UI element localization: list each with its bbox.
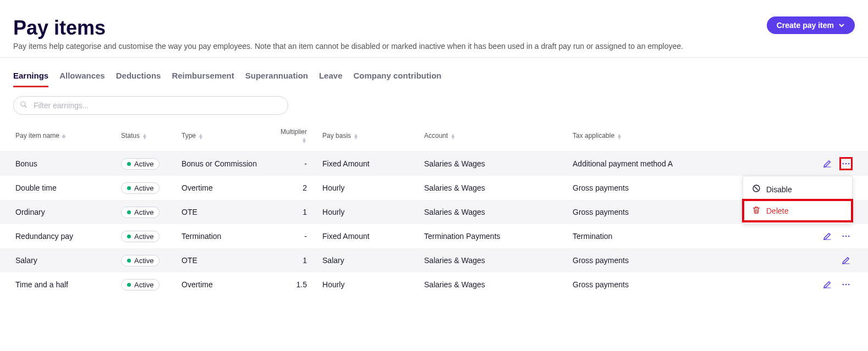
disable-icon: [752, 184, 761, 194]
edit-button[interactable]: [821, 278, 834, 291]
menu-item-delete[interactable]: Delete: [743, 200, 852, 221]
status-text: Active: [134, 257, 153, 265]
column-header-tax[interactable]: Tax applicable▲▼: [567, 120, 802, 152]
status-badge: Active: [121, 207, 160, 218]
sort-icon: ▲▼: [142, 133, 147, 139]
tab-reimbursement[interactable]: Reimbursement: [172, 71, 234, 87]
column-header-label: Status: [121, 132, 140, 140]
table-row: BonusActiveBonus or Commission-Fixed Amo…: [0, 152, 868, 176]
menu-item-label: Disable: [766, 185, 792, 194]
edit-button[interactable]: [821, 230, 834, 243]
page-title: Pay items: [13, 16, 767, 40]
tab-company-contribution[interactable]: Company contribution: [354, 71, 442, 87]
menu-item-disable[interactable]: Disable: [743, 179, 852, 200]
cell-tax: Additional payment method A: [567, 152, 802, 176]
cell-multiplier: 2: [275, 176, 317, 200]
trash-icon: [752, 205, 761, 216]
cell-type: OTE: [176, 200, 275, 224]
status-text: Active: [134, 160, 153, 168]
cell-account: Salaries & Wages: [419, 200, 567, 224]
cell-account: Salaries & Wages: [419, 176, 567, 200]
cell-tax: Gross payments: [567, 248, 802, 272]
status-text: Active: [134, 184, 153, 192]
cell-account: Salaries & Wages: [419, 152, 567, 176]
cell-basis: Hourly: [317, 176, 419, 200]
column-header-actions: [802, 120, 868, 152]
cell-status: Active: [116, 248, 176, 272]
status-dot-icon: [127, 259, 131, 263]
cell-type: Bonus or Commission: [176, 152, 275, 176]
cell-name: Ordinary: [0, 200, 116, 224]
cell-type: OTE: [176, 248, 275, 272]
search-icon: [20, 101, 28, 110]
svg-point-3: [845, 163, 847, 165]
edit-button[interactable]: [821, 157, 834, 170]
column-header-status[interactable]: Status▲▼: [116, 120, 176, 152]
status-dot-icon: [127, 283, 131, 287]
filter-input[interactable]: [13, 96, 288, 115]
pay-items-table: Pay item name◆Status▲▼Type▲▼Multiplier▲▼…: [0, 120, 868, 297]
sort-icon: ▲▼: [617, 133, 622, 139]
svg-point-10: [845, 236, 847, 237]
menu-item-label: Delete: [766, 207, 788, 215]
sort-icon: ▲▼: [198, 133, 204, 139]
cell-account: Salaries & Wages: [419, 248, 567, 272]
column-header-label: Account: [424, 132, 448, 140]
more-actions-button[interactable]: [839, 230, 853, 243]
sort-icon: ▲▼: [301, 137, 307, 143]
cell-account: Salaries & Wages: [419, 272, 567, 297]
status-badge: Active: [121, 182, 160, 194]
cell-name: Bonus: [0, 152, 116, 176]
column-header-basis[interactable]: Pay basis▲▼: [317, 120, 419, 152]
cell-type: Overtime: [176, 176, 275, 200]
table-row: Redundancy payActiveTermination-Fixed Am…: [0, 224, 868, 248]
status-text: Active: [134, 232, 153, 241]
column-header-type[interactable]: Type▲▼: [176, 120, 275, 152]
column-header-multiplier[interactable]: Multiplier▲▼: [275, 120, 317, 152]
cell-basis: Hourly: [317, 200, 419, 224]
column-header-name[interactable]: Pay item name◆: [0, 120, 116, 152]
table-row: Time and a halfActiveOvertime1.5HourlySa…: [0, 272, 868, 297]
tab-deductions[interactable]: Deductions: [116, 71, 161, 87]
status-text: Active: [134, 281, 153, 289]
tab-allowances[interactable]: Allowances: [59, 71, 105, 87]
tab-superannuation[interactable]: Superannuation: [245, 71, 308, 87]
tab-leave[interactable]: Leave: [319, 71, 343, 87]
column-header-account[interactable]: Account▲▼: [419, 120, 567, 152]
cell-actions: [802, 272, 868, 297]
page-header: Pay items Pay items help categorise and …: [0, 0, 868, 58]
column-header-label: Pay item name: [15, 132, 59, 140]
svg-point-13: [845, 284, 847, 286]
status-dot-icon: [127, 210, 131, 214]
svg-point-9: [842, 236, 844, 237]
table-row: Double timeActiveOvertime2HourlySalaries…: [0, 176, 868, 200]
chevron-down-icon: [838, 22, 845, 29]
cell-tax: Termination: [567, 224, 802, 248]
sort-icon: ◆: [62, 135, 66, 137]
cell-multiplier: 1.5: [275, 272, 317, 297]
cell-status: Active: [116, 272, 176, 297]
cell-status: Active: [116, 152, 176, 176]
svg-point-14: [848, 284, 850, 286]
tab-earnings[interactable]: Earnings: [13, 71, 48, 87]
cell-multiplier: -: [275, 152, 317, 176]
cell-basis: Fixed Amount: [317, 224, 419, 248]
status-badge: Active: [121, 231, 160, 242]
cell-status: Active: [116, 224, 176, 248]
cell-name: Redundancy pay: [0, 224, 116, 248]
cell-actions: [802, 248, 868, 272]
cell-name: Time and a half: [0, 272, 116, 297]
cell-name: Salary: [0, 248, 116, 272]
more-actions-button[interactable]: [839, 157, 853, 170]
status-text: Active: [134, 208, 153, 216]
cell-multiplier: 1: [275, 200, 317, 224]
svg-line-1: [25, 105, 27, 108]
create-pay-item-button[interactable]: Create pay item: [767, 16, 855, 34]
edit-button[interactable]: [839, 254, 853, 267]
status-dot-icon: [127, 186, 131, 190]
cell-actions: DisableDelete: [802, 152, 868, 176]
svg-point-2: [842, 163, 844, 165]
more-actions-button[interactable]: [839, 278, 853, 291]
cell-account: Termination Payments: [419, 224, 567, 248]
cell-status: Active: [116, 176, 176, 200]
